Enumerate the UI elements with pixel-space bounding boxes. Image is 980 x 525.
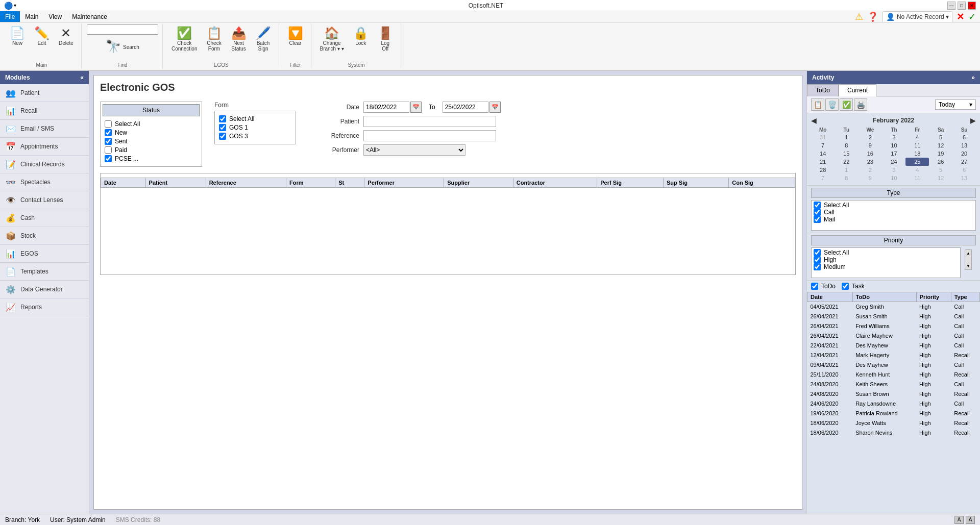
table-row[interactable]: 25/11/2020Kenneth HuntHighRecall: [807, 370, 980, 380]
today-dropdown[interactable]: Today ▾: [935, 99, 976, 110]
calendar-day[interactable]: 7: [811, 174, 835, 182]
calendar-day[interactable]: 9: [858, 174, 882, 182]
new-button[interactable]: 📄 New: [6, 24, 29, 48]
table-row[interactable]: 19/06/2020Patricia RowlandHighRecall: [807, 409, 980, 418]
restore-button[interactable]: □: [958, 2, 966, 10]
calendar-day[interactable]: 14: [811, 149, 835, 158]
calendar-day[interactable]: 17: [883, 149, 906, 158]
batch-sign-button[interactable]: 🖊️ BatchSign: [252, 24, 275, 54]
table-row[interactable]: 18/06/2020Sharon NevinsHighRecall: [807, 428, 980, 438]
priority-scrollbar[interactable]: ▲ ▼: [965, 249, 972, 270]
status-select-all-checkbox[interactable]: [105, 120, 112, 128]
calendar-next-button[interactable]: ▶: [970, 116, 976, 124]
lock-button[interactable]: 🔒 Lock: [350, 24, 372, 48]
edit-button[interactable]: ✏️ Edit: [31, 24, 53, 48]
date-to-calendar-button[interactable]: 📅: [489, 102, 501, 113]
reference-input[interactable]: [363, 130, 496, 141]
calendar-day[interactable]: 1: [835, 133, 858, 141]
sidebar-item-spectacles[interactable]: 👓 Spectacles: [0, 173, 89, 191]
menu-view[interactable]: View: [43, 11, 67, 22]
calendar-day[interactable]: 16: [858, 149, 882, 158]
status-header-button[interactable]: Status: [103, 104, 200, 116]
status-paid-checkbox[interactable]: [105, 146, 112, 154]
sidebar-item-appointments[interactable]: 📅 Appointments: [0, 138, 89, 156]
clear-button[interactable]: 🔽 Clear: [284, 24, 307, 48]
table-row[interactable]: 26/04/2021Fred WilliamsHighCall: [807, 321, 980, 331]
delete-todo-button[interactable]: 🗑️: [825, 98, 839, 111]
calendar-day[interactable]: 4: [905, 166, 929, 174]
close-record-button[interactable]: ✕: [957, 11, 964, 22]
calendar-day[interactable]: 19: [929, 149, 952, 158]
calendar-day[interactable]: 5: [929, 166, 952, 174]
calendar-day[interactable]: 7: [811, 141, 835, 149]
calendar-day[interactable]: 9: [858, 141, 882, 149]
calendar-day[interactable]: 13: [952, 174, 976, 182]
check-form-button[interactable]: 📋 CheckForm: [203, 24, 226, 54]
calendar-day[interactable]: 22: [835, 158, 858, 166]
task-checkbox[interactable]: [842, 283, 849, 290]
calendar-day[interactable]: 21: [811, 158, 835, 166]
sidebar-item-stock[interactable]: 📦 Stock: [0, 227, 89, 245]
table-row[interactable]: 26/04/2021Claire MayhewHighCall: [807, 331, 980, 341]
date-from-calendar-button[interactable]: 📅: [410, 102, 422, 113]
calendar-day[interactable]: 13: [952, 141, 976, 149]
calendar-day[interactable]: 3: [883, 133, 906, 141]
table-row[interactable]: 22/04/2021Des MayhewHighCall: [807, 341, 980, 351]
search-button[interactable]: 🔭 Search: [102, 38, 143, 55]
calendar-day[interactable]: 25: [905, 158, 929, 166]
help-button[interactable]: ❓: [867, 11, 878, 22]
active-record-dropdown[interactable]: 👤 No Active Record ▾: [883, 11, 952, 22]
calendar-day[interactable]: 4: [905, 133, 929, 141]
sidebar-item-data-generator[interactable]: ⚙️ Data Generator: [0, 281, 89, 298]
calendar-day[interactable]: 6: [952, 166, 976, 174]
performer-select[interactable]: <All>: [363, 144, 465, 156]
activity-expand-button[interactable]: »: [971, 74, 975, 81]
calendar-day[interactable]: 6: [952, 133, 976, 141]
form-gos3-checkbox[interactable]: [219, 133, 226, 140]
menu-main[interactable]: Main: [20, 11, 43, 22]
priority-select-all-checkbox[interactable]: [814, 249, 821, 256]
type-select-all-checkbox[interactable]: [814, 202, 821, 209]
search-input[interactable]: [87, 24, 158, 35]
calendar-day[interactable]: 20: [952, 149, 976, 158]
close-button[interactable]: ✕: [968, 2, 976, 10]
sidebar-item-email-sms[interactable]: ✉️ Email / SMS: [0, 120, 89, 138]
calendar-day[interactable]: 26: [929, 158, 952, 166]
tab-current[interactable]: Current: [839, 84, 876, 96]
form-gos1-checkbox[interactable]: [219, 124, 226, 131]
calendar-day[interactable]: 10: [883, 174, 906, 182]
table-row[interactable]: 09/04/2021Des MayhewHighCall: [807, 360, 980, 370]
sidebar-item-clinical-records[interactable]: 📝 Clinical Records: [0, 156, 89, 173]
calendar-day[interactable]: 1: [835, 166, 858, 174]
calendar-day[interactable]: 24: [883, 158, 906, 166]
calendar-day[interactable]: 2: [858, 166, 882, 174]
next-status-button[interactable]: 📤 NextStatus: [228, 24, 250, 54]
calendar-day[interactable]: 15: [835, 149, 858, 158]
table-row[interactable]: 26/04/2021Susan SmithHighCall: [807, 312, 980, 321]
table-row[interactable]: 24/08/2020Keith SheersHighCall: [807, 380, 980, 389]
sidebar-item-patient[interactable]: 👥 Patient: [0, 84, 89, 102]
minimize-button[interactable]: —: [947, 2, 955, 10]
sidebar-item-recall[interactable]: 📊 Recall: [0, 102, 89, 120]
calendar-day[interactable]: 28: [811, 166, 835, 174]
calendar-day[interactable]: 2: [858, 133, 882, 141]
calendar-day[interactable]: 5: [929, 133, 952, 141]
patient-input[interactable]: [363, 116, 496, 127]
status-new-checkbox[interactable]: [105, 129, 112, 136]
calendar-day[interactable]: 12: [929, 174, 952, 182]
calendar-day[interactable]: 18: [905, 149, 929, 158]
sidebar-item-contact-lenses[interactable]: 👁️ Contact Lenses: [0, 191, 89, 209]
type-call-checkbox[interactable]: [814, 209, 821, 216]
date-from-input[interactable]: [363, 102, 409, 113]
sidebar-item-cash[interactable]: 💰 Cash: [0, 209, 89, 227]
status-pcse-checkbox[interactable]: [105, 155, 112, 162]
status-indicator-2[interactable]: A: [966, 516, 975, 524]
status-sent-checkbox[interactable]: [105, 138, 112, 145]
calendar-day[interactable]: 31: [811, 133, 835, 141]
table-row[interactable]: 24/08/2020Susan BrownHighRecall: [807, 389, 980, 399]
date-to-input[interactable]: [443, 102, 488, 113]
calendar-day[interactable]: 11: [905, 174, 929, 182]
type-mail-checkbox[interactable]: [814, 216, 821, 223]
sidebar-item-templates[interactable]: 📄 Templates: [0, 263, 89, 281]
calendar-prev-button[interactable]: ◀: [811, 116, 817, 124]
